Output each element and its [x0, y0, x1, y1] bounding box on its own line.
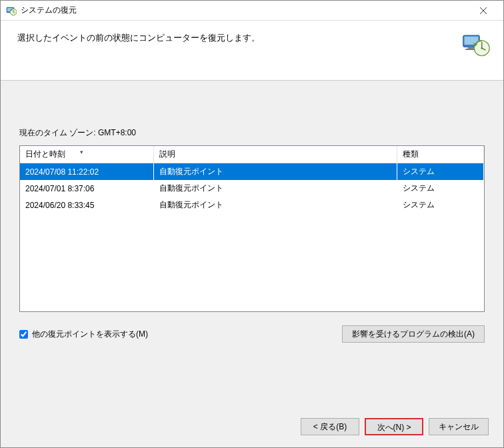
header-text: 選択したイベントの前の状態にコンピューターを復元します。 [17, 31, 454, 44]
show-more-checkbox[interactable]: 他の復元ポイントを表示する(M) [19, 329, 148, 340]
table-row[interactable]: 2024/07/08 11:22:02自動復元ポイントシステム [20, 163, 484, 181]
table-row[interactable]: 2024/07/01 8:37:06自動復元ポイントシステム [20, 180, 484, 197]
next-button[interactable]: 次へ(N) > [365, 418, 423, 435]
system-restore-large-icon [462, 31, 490, 59]
sort-indicator-icon: ▾ [80, 149, 83, 155]
table-row[interactable]: 2024/06/20 8:33:45自動復元ポイントシステム [20, 197, 484, 213]
back-button[interactable]: < 戻る(B) [301, 418, 359, 435]
cell-desc: 自動復元ポイント [153, 180, 397, 197]
cell-desc: 自動復元ポイント [153, 197, 397, 213]
wizard-header: 選択したイベントの前の状態にコンピューターを復元します。 [1, 21, 503, 81]
show-more-checkbox-label: 他の復元ポイントを表示する(M) [32, 329, 148, 340]
cell-type: システム [397, 163, 484, 181]
cell-desc: 自動復元ポイント [153, 163, 397, 181]
column-header-type[interactable]: 種類 [397, 146, 484, 163]
cell-date: 2024/06/20 8:33:45 [20, 197, 153, 213]
below-table-row: 他の復元ポイントを表示する(M) 影響を受けるプログラムの検出(A) [19, 325, 485, 343]
system-restore-icon [6, 5, 17, 16]
column-header-desc[interactable]: 説明 [153, 146, 397, 163]
cell-type: システム [397, 180, 484, 197]
cell-date: 2024/07/08 11:22:02 [20, 163, 153, 181]
window-title: システムの復元 [21, 5, 468, 16]
cell-type: システム [397, 197, 484, 213]
titlebar: システムの復元 [1, 1, 503, 21]
column-header-date-label: 日付と時刻 [25, 149, 65, 159]
wizard-footer: < 戻る(B) 次へ(N) > キャンセル [1, 408, 503, 447]
cell-date: 2024/07/01 8:37:06 [20, 180, 153, 197]
timezone-label: 現在のタイム ゾーン: GMT+8:00 [19, 127, 485, 139]
show-more-checkbox-input[interactable] [19, 330, 28, 339]
restore-point-table[interactable]: 日付と時刻 ▾ 説明 種類 2024/07/08 11:22:02自動復元ポイン… [19, 145, 485, 312]
close-button[interactable] [468, 1, 498, 20]
cancel-button[interactable]: キャンセル [429, 418, 489, 435]
column-header-date[interactable]: 日付と時刻 ▾ [20, 146, 153, 163]
scan-programs-button[interactable]: 影響を受けるプログラムの検出(A) [342, 325, 485, 343]
svg-rect-5 [468, 47, 475, 49]
wizard-body: 現在のタイム ゾーン: GMT+8:00 日付と時刻 ▾ 説明 種類 2024/… [1, 81, 503, 408]
close-icon [480, 7, 487, 14]
